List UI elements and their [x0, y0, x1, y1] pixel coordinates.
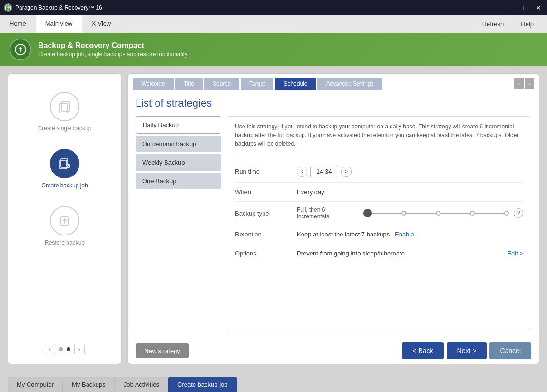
wizard-tab-advanced[interactable]: Advanced Settings — [317, 78, 382, 90]
app-icon — [4, 3, 12, 12]
header-title: Backup & Recovery Compact — [38, 41, 187, 50]
run-time-row: Run time < 14:34 > — [235, 161, 523, 183]
wizard-body: List of strategies Daily Backup On deman… — [128, 90, 539, 337]
strategies-container: Daily Backup On demand backup Weekly Bac… — [136, 116, 531, 330]
strategy-item-weekly[interactable]: Weekly Backup — [136, 154, 221, 171]
slider-line-2 — [406, 213, 436, 214]
wizard-tab-schedule[interactable]: Schedule — [275, 78, 316, 90]
options-text: Prevent from going into sleep/hibernate — [297, 250, 405, 257]
bottom-tab-my-backups[interactable]: My Backups — [63, 377, 115, 392]
options-value: Prevent from going into sleep/hibernate … — [297, 250, 523, 257]
runtime-prev-button[interactable]: < — [297, 167, 307, 177]
nav-prev-button[interactable]: ‹ — [45, 344, 55, 354]
options-row: Options Prevent from going into sleep/hi… — [235, 244, 523, 263]
maximize-button[interactable]: □ — [520, 3, 530, 12]
slider-dot-inc1 — [401, 211, 406, 216]
backup-type-help-button[interactable]: ? — [514, 208, 523, 218]
nav-dot-2 — [67, 347, 70, 351]
runtime-next-button[interactable]: > — [341, 167, 352, 177]
slider-dot-full — [363, 209, 372, 217]
bottom-tab-my-computer[interactable]: My Computer — [8, 377, 63, 392]
bottom-tab-job-activities[interactable]: Job Activities — [115, 377, 168, 392]
refresh-action[interactable]: Refresh — [475, 19, 512, 29]
runtime-display[interactable]: 14:34 — [310, 166, 338, 177]
minimize-button[interactable]: − — [507, 3, 517, 12]
main-area: Create single backup ⟳ Create backup job — [0, 66, 547, 372]
wizard-title: List of strategies — [136, 97, 531, 109]
retention-value: Keep at least the latest 7 backups Enabl… — [297, 231, 523, 238]
backup-type-row: Backup type Full, then 6 incrementals — [235, 202, 523, 225]
content-row: Create single backup ⟳ Create backup job — [8, 73, 539, 364]
when-label: When — [235, 188, 297, 196]
strategy-detail: Use this strategy, if you intend to back… — [227, 116, 531, 330]
when-value: Every day — [297, 188, 523, 196]
backup-type-text: Full, then 6 incrementals — [297, 206, 359, 220]
sidebar-item-label-job: Create backup job — [41, 182, 88, 189]
nav-button-group: < Back Next > Cancel — [402, 342, 531, 359]
backup-type-value: Full, then 6 incrementals — [297, 206, 523, 220]
options-label: Options — [235, 250, 297, 257]
tab-nav-prev[interactable]: ‹ — [514, 78, 524, 89]
wizard-tab-source[interactable]: Source — [204, 78, 239, 90]
strategy-item-on-demand[interactable]: On demand backup — [136, 136, 221, 152]
back-button[interactable]: < Back — [402, 342, 443, 359]
window-controls: − □ ✕ — [507, 3, 543, 12]
left-panel-nav: ‹ › — [45, 339, 85, 354]
wizard-footer: New strategy < Back Next > Cancel — [128, 337, 539, 364]
strategy-list: Daily Backup On demand backup Weekly Bac… — [136, 116, 221, 330]
run-time-value: < 14:34 > — [297, 166, 523, 177]
close-button[interactable]: ✕ — [534, 3, 543, 12]
bottom-tabs: My Computer My Backups Job Activities Cr… — [0, 372, 547, 392]
tab-main-view[interactable]: Main view — [36, 15, 82, 33]
tab-home[interactable]: Home — [0, 15, 36, 33]
titlebar: Paragon Backup & Recovery™ 16 − □ ✕ — [0, 0, 547, 15]
retention-label: Retention — [235, 231, 297, 238]
sidebar-item-label-restore: Restore backup — [45, 239, 85, 246]
restore-backup-icon — [50, 206, 79, 235]
slider-dot-inc3 — [470, 211, 475, 216]
when-row: When Every day — [235, 183, 523, 202]
new-strategy-button[interactable]: New strategy — [136, 343, 189, 358]
wizard-tab-welcome[interactable]: Welcome — [133, 78, 174, 90]
strategy-item-one-backup[interactable]: One Backup — [136, 173, 221, 189]
nav-next-button[interactable]: › — [74, 344, 85, 354]
tab-x-view[interactable]: X-View — [82, 15, 120, 33]
create-single-backup-icon — [50, 92, 79, 121]
wizard-tab-title[interactable]: Title — [175, 78, 203, 90]
backup-type-slider — [363, 209, 509, 217]
menubar: Home Main view X-View Refresh Help — [0, 15, 547, 33]
retention-enable-link[interactable]: Enable — [395, 231, 414, 238]
cancel-button[interactable]: Cancel — [489, 342, 531, 359]
backup-type-label: Backup type — [235, 210, 297, 217]
backup-type-container: Full, then 6 incrementals — [297, 206, 523, 220]
options-edit-link[interactable]: Edit > — [507, 250, 523, 257]
nav-dot-1 — [59, 347, 63, 351]
app-title: Paragon Backup & Recovery™ 16 — [15, 4, 507, 11]
retention-text: Keep at least the latest 7 backups — [297, 231, 390, 238]
strategy-item-daily[interactable]: Daily Backup — [136, 116, 221, 134]
svg-text:⟳: ⟳ — [66, 164, 70, 169]
menubar-actions: Refresh Help — [475, 15, 547, 33]
runtime-control: < 14:34 > — [297, 166, 523, 177]
run-time-label: Run time — [235, 168, 297, 175]
sidebar-item-create-single-backup[interactable]: Create single backup — [8, 83, 121, 140]
help-action[interactable]: Help — [513, 19, 541, 29]
next-button[interactable]: Next > — [447, 342, 487, 359]
slider-line-4 — [475, 213, 504, 214]
left-panel: Create single backup ⟳ Create backup job — [8, 73, 122, 364]
sidebar-item-create-backup-job[interactable]: ⟳ Create backup job — [8, 140, 121, 197]
app-header: Backup & Recovery Compact Create backup … — [0, 33, 547, 66]
wizard-tab-target[interactable]: Target — [241, 78, 274, 90]
create-backup-job-icon: ⟳ — [50, 149, 79, 178]
slider-line-1 — [372, 213, 401, 214]
wizard-tabs: Welcome Title Source Target Schedule Adv… — [128, 74, 539, 90]
tab-nav-next[interactable]: › — [525, 78, 534, 89]
sidebar-item-restore-backup[interactable]: Restore backup — [8, 197, 121, 255]
wizard-tab-nav: ‹ › — [514, 78, 534, 89]
header-subtitle: Create backup job, single backups and re… — [38, 51, 187, 58]
sidebar-item-label-single: Create single backup — [38, 125, 92, 132]
slider-dot-inc4 — [504, 211, 509, 216]
right-panel: Welcome Title Source Target Schedule Adv… — [127, 73, 539, 364]
svg-rect-5 — [60, 104, 68, 113]
bottom-tab-create-backup-job[interactable]: Create backup job — [168, 377, 237, 392]
